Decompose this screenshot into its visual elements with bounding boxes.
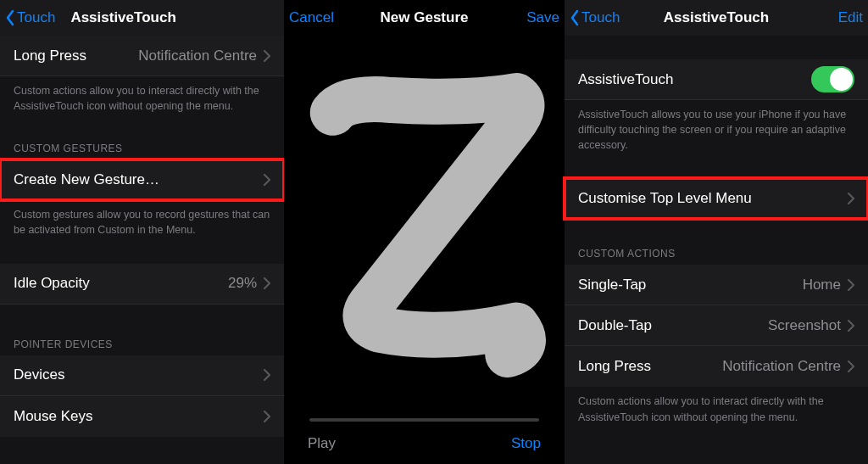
- assistivetouch-footer: AssistiveTouch allows you to use your iP…: [565, 100, 868, 165]
- custom-gestures-footer: Custom gestures allow you to record gest…: [0, 200, 284, 249]
- row-customise-top-level-menu[interactable]: Customise Top Level Menu: [565, 178, 868, 219]
- row-create-new-gesture[interactable]: Create New Gesture…: [0, 159, 284, 200]
- row-label: AssistiveTouch: [578, 71, 673, 88]
- chevron-right-icon: [264, 277, 270, 289]
- screen-assistivetouch-list: Touch AssistiveTouch Long Press Notifica…: [0, 0, 284, 464]
- edit-button[interactable]: Edit: [838, 9, 863, 26]
- navbar-left: Touch AssistiveTouch: [0, 0, 284, 36]
- chevron-left-icon: [5, 9, 15, 26]
- screen-assistivetouch-main: Touch AssistiveTouch Edit AssistiveTouch…: [565, 0, 868, 464]
- back-label: Touch: [581, 9, 620, 26]
- chevron-right-icon: [264, 411, 270, 422]
- row-label: Single-Tap: [578, 277, 646, 293]
- save-button[interactable]: Save: [526, 9, 559, 26]
- row-value: Notification Centre: [138, 48, 257, 64]
- chevron-right-icon: [848, 361, 854, 372]
- navbar-right: Touch AssistiveTouch Edit: [565, 0, 868, 36]
- row-long-press[interactable]: Long Press Notification Centre: [565, 346, 868, 387]
- save-label: Save: [526, 9, 559, 25]
- row-value: Notification Centre: [722, 358, 841, 375]
- section-header-pointer: POINTER DEVICES: [0, 305, 284, 355]
- toggle-switch-on-icon[interactable]: [811, 66, 854, 92]
- row-label: Mouse Keys: [14, 408, 93, 425]
- chevron-right-icon: [264, 369, 270, 381]
- row-label: Create New Gesture…: [14, 171, 159, 188]
- row-double-tap[interactable]: Double-Tap Screenshot: [565, 305, 868, 346]
- row-label: Customise Top Level Menu: [578, 190, 752, 207]
- chevron-right-icon: [848, 320, 854, 332]
- row-value: Screenshot: [768, 317, 841, 334]
- row-devices[interactable]: Devices: [0, 355, 284, 396]
- screen-new-gesture: Cancel New Gesture Save Play Stop: [284, 0, 565, 464]
- navbar-center: Cancel New Gesture Save: [284, 0, 565, 36]
- row-label: Devices: [14, 366, 64, 383]
- play-button[interactable]: Play: [308, 435, 336, 452]
- playback-bar: Play Stop: [284, 428, 565, 464]
- edit-label: Edit: [838, 9, 863, 25]
- row-label: Double-Tap: [578, 317, 652, 334]
- back-button-touch[interactable]: Touch: [570, 9, 620, 26]
- row-single-tap[interactable]: Single-Tap Home: [565, 265, 868, 305]
- nav-title: AssistiveTouch: [70, 9, 175, 26]
- cancel-label: Cancel: [289, 9, 334, 26]
- row-value: 29%: [228, 275, 257, 292]
- row-label: Long Press: [14, 48, 86, 64]
- custom-actions-footer: Custom actions allow you to interact dir…: [565, 387, 868, 436]
- row-label: Long Press: [578, 358, 651, 375]
- section-header-gestures: CUSTOM GESTURES: [0, 126, 284, 159]
- section-header-actions: CUSTOM ACTIONS: [565, 219, 868, 265]
- timeline-scrubber[interactable]: [309, 418, 539, 422]
- three-screen-composite: Touch AssistiveTouch Long Press Notifica…: [0, 0, 868, 464]
- row-label: Idle Opacity: [14, 275, 90, 292]
- stop-button[interactable]: Stop: [511, 435, 541, 452]
- chevron-right-icon: [848, 279, 854, 291]
- row-idle-opacity[interactable]: Idle Opacity 29%: [0, 264, 284, 305]
- chevron-right-icon: [264, 174, 270, 186]
- row-value: Home: [803, 277, 841, 293]
- chevron-right-icon: [848, 193, 854, 204]
- row-mouse-keys[interactable]: Mouse Keys: [0, 396, 284, 437]
- row-assistivetouch-toggle[interactable]: AssistiveTouch: [565, 59, 868, 100]
- gesture-canvas[interactable]: [284, 36, 565, 406]
- custom-actions-footer: Custom actions allow you to interact dir…: [0, 76, 284, 126]
- chevron-left-icon: [570, 9, 580, 26]
- back-label: Touch: [17, 9, 55, 26]
- gesture-stroke-z-icon: [298, 54, 551, 388]
- row-long-press[interactable]: Long Press Notification Centre: [0, 36, 284, 76]
- back-button-touch[interactable]: Touch: [5, 9, 55, 26]
- cancel-button[interactable]: Cancel: [289, 9, 334, 26]
- chevron-right-icon: [264, 50, 270, 62]
